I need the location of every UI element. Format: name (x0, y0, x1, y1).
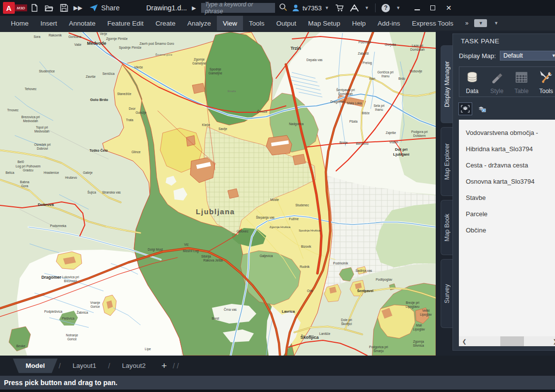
tab-separator: / (177, 361, 179, 370)
tools-tool-button[interactable]: Tools (536, 70, 555, 95)
layer-item[interactable]: Hibridna karta_Slo3794 (459, 141, 555, 157)
layer-list-hscrollbar: ❮ ❯ (459, 336, 555, 346)
search-input[interactable]: Type a keyword or phrase (201, 3, 275, 13)
map-label: Spodnja Hrušica (299, 229, 321, 232)
table-icon (514, 70, 529, 86)
close-button[interactable]: ✕ (442, 2, 455, 14)
map-label: Bevke (16, 344, 25, 348)
ribbon-tab-insert[interactable]: Insert (35, 16, 63, 31)
map-label: Vikrče (134, 65, 143, 69)
layout-tab-model[interactable]: Model (13, 359, 58, 373)
quick-access-overflow-icon[interactable]: ▶▶ (73, 4, 82, 11)
document-title[interactable]: Drawing1.d... (146, 4, 187, 12)
map-label: Žabnica (76, 310, 88, 314)
scroll-left-icon[interactable]: ❮ (459, 338, 470, 345)
side-tab-map-book[interactable]: Map Book (441, 200, 452, 255)
map-label: Sela pri (374, 104, 384, 108)
new-layout-button[interactable]: + (161, 360, 167, 371)
map-label: Notranje (66, 333, 78, 337)
map-label: Stanežiče (117, 92, 132, 96)
layout-tab-layout2[interactable]: Layout2 (111, 359, 156, 373)
user-dropdown-icon[interactable]: ▼ (325, 5, 329, 10)
app-store-button[interactable] (334, 2, 346, 13)
scroll-right-icon[interactable]: ❯ (550, 338, 555, 345)
map-label: Črna vas (224, 307, 237, 311)
user-account[interactable]: tv7353 (291, 3, 322, 12)
open-file-button[interactable] (43, 2, 55, 13)
ribbon-display-dropdown-icon[interactable]: ▼ (494, 21, 498, 26)
maximize-button[interactable] (426, 2, 440, 14)
map-label: Prelog (363, 61, 372, 65)
autocad-map3d-window: { "window": { "logo_letter": "A", "logo_… (0, 0, 555, 392)
data-tool-button[interactable]: Data (462, 70, 482, 95)
map-label: Dragomelj (330, 100, 345, 104)
scrollbar-thumb[interactable] (500, 336, 524, 346)
map-label: Škofljica (300, 334, 319, 340)
new-file-button[interactable] (29, 2, 40, 13)
side-tab-display-manager[interactable]: Display Manager (441, 45, 452, 123)
ribbon-tab-create[interactable]: Create (149, 16, 181, 31)
open-folder-icon (45, 4, 54, 12)
layer-groups-button[interactable] (459, 103, 472, 115)
map-label: Bel0 (17, 160, 24, 163)
map-label: Šentpavel pri (336, 88, 355, 92)
ribbon-tab-add-ins[interactable]: Add-ins (372, 16, 406, 31)
autocad-logo[interactable]: A M3D (3, 2, 27, 14)
layer-item[interactable]: Stavbe (459, 190, 555, 206)
map-canvas[interactable]: MedvodeSoraRakovnikGoričaneVašeVerjeZgor… (0, 31, 436, 356)
ribbon-tab-home[interactable]: Home (5, 16, 35, 31)
chevron-down-icon: ▼ (552, 53, 555, 58)
map-label: Laze pri (412, 44, 423, 48)
ribbon-display-toggle[interactable]: ▼ (474, 19, 487, 27)
help-dropdown-icon[interactable]: ▼ (396, 5, 401, 10)
map-label: Videm (389, 140, 398, 144)
layout-tab-layout1[interactable]: Layout1 (62, 359, 107, 373)
ribbon-overflow-icon[interactable]: » (465, 20, 469, 27)
map-label: Šujica (87, 190, 96, 195)
tool-label: Tools (539, 88, 553, 95)
ribbon-tab-output[interactable]: Output (270, 16, 302, 31)
map-label: Toško Čelo (89, 148, 107, 152)
save-button[interactable] (58, 2, 70, 13)
map-label: Zavrh pod Šmarno Goro (139, 41, 174, 46)
ribbon-tab-feature-edit[interactable]: Feature Edit (102, 16, 150, 31)
add-layer-button[interactable] (476, 103, 488, 115)
ribbon-tab-help[interactable]: Help (346, 16, 372, 31)
map-label: Lukovica pri (62, 275, 79, 279)
layer-item[interactable]: Parcele (459, 206, 555, 222)
map-label: Lanišče (319, 332, 331, 335)
scrollbar-track[interactable] (470, 336, 550, 346)
ribbon-tab-analyze[interactable]: Analyze (181, 16, 217, 31)
ribbon-tab-express-tools[interactable]: Express Tools (406, 16, 459, 31)
doc-flyout-icon[interactable]: ▶ (192, 5, 196, 11)
autodesk-dropdown-icon[interactable]: ▼ (365, 5, 369, 10)
map-label: Gorjuša (385, 43, 396, 47)
map-label: Brezovica pri (21, 115, 40, 119)
window-controls: ✕ (410, 2, 455, 14)
layer-item[interactable]: Osnovna karta_Slo3794 (459, 173, 555, 190)
ribbon-tab-annotate[interactable]: Annotate (63, 16, 102, 31)
ribbon-tab-tools[interactable]: Tools (243, 16, 271, 31)
help-button[interactable]: ? (380, 2, 392, 13)
search-button[interactable] (279, 3, 287, 13)
map-label: Brdo (398, 77, 405, 80)
map-label: Beričevo (356, 142, 369, 145)
map-label: Studenec (295, 203, 309, 207)
side-tab-survey[interactable]: Survey (441, 259, 452, 328)
map-label: Slivnica (413, 344, 424, 347)
ribbon-tab-map-setup[interactable]: Map Setup (302, 16, 346, 31)
autodesk-logo-icon (349, 4, 359, 12)
minimize-button[interactable] (410, 2, 424, 14)
ribbon-tab-view[interactable]: View (217, 16, 243, 31)
layer-item[interactable]: Občine (459, 222, 555, 238)
share-button[interactable]: Share (89, 4, 119, 12)
map-label: Ihan (369, 77, 376, 80)
map-label: Dolgi Most (148, 248, 163, 252)
side-tab-map-explorer[interactable]: Map Explorer (441, 127, 452, 196)
layer-item[interactable]: Cesta - državna cesta (459, 157, 555, 173)
autodesk-account-button[interactable] (348, 2, 360, 13)
display-map-label: Display Map: (459, 52, 496, 60)
add-layer-icon (478, 105, 486, 113)
layer-item[interactable]: Vodovarstvena območja - (459, 125, 555, 141)
display-map-select[interactable]: Default ▼ (500, 51, 555, 61)
